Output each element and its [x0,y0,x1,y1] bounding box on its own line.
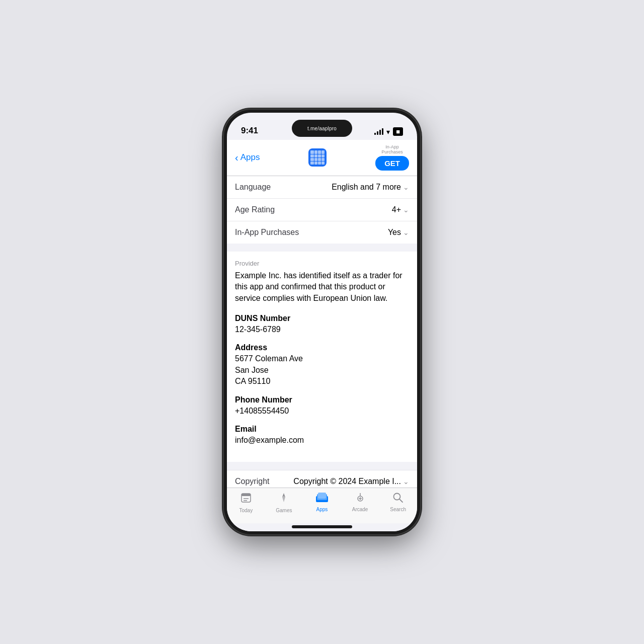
email-heading: Email [235,425,409,434]
tab-apps[interactable]: Apps [303,492,341,513]
language-label: Language [235,183,271,192]
tab-arcade[interactable]: Arcade [341,492,379,513]
dynamic-island: t.me/aaplpro [292,120,352,137]
home-indicator-container [227,523,417,531]
wifi-icon: ▾ [386,128,390,136]
divider-1 [227,244,417,252]
phone-block: Phone Number +14085554450 [235,395,409,417]
in-app-purchases-value-container: Yes ⌄ [388,228,409,237]
today-label: Today [239,508,253,513]
back-label: Apps [240,152,260,163]
chevron-left-icon: ‹ [235,152,238,164]
copyright-label: Copyright [235,477,269,486]
apps-icon [315,492,329,505]
in-app-purchases-label: In-App Purchases [235,228,299,237]
provider-section: Provider Example Inc. has identified its… [227,252,417,462]
duns-value: 12-345-6789 [235,324,409,335]
chevron-down-icon: ⌄ [403,183,409,191]
copyright-row[interactable]: Copyright Copyright © 2024 Example I... … [227,470,417,488]
address-heading: Address [235,343,409,352]
get-button-container: In-AppPurchases GET [375,145,409,171]
navigation-bar: ‹ Apps [227,140,417,176]
age-rating-label: Age Rating [235,205,275,214]
search-icon [392,492,404,505]
address-value: 5677 Coleman AveSan JoseCA 95110 [235,353,409,387]
language-value: English and 7 more [332,183,401,192]
chevron-down-icon-3: ⌄ [403,228,409,236]
phone-heading: Phone Number [235,395,409,405]
language-row[interactable]: Language English and 7 more ⌄ [227,176,417,199]
address-block: Address 5677 Coleman AveSan JoseCA 95110 [235,343,409,387]
tab-bar: Today Games [227,488,417,523]
games-icon [278,492,289,506]
apps-label: Apps [316,507,328,512]
games-label: Games [276,508,292,513]
chevron-down-icon-2: ⌄ [403,206,409,214]
get-button[interactable]: GET [375,156,409,171]
in-app-purchases-value: Yes [388,228,401,237]
divider-2 [227,462,417,470]
tab-games[interactable]: Games [265,492,303,513]
svg-rect-6 [318,493,326,499]
app-icon [308,148,327,167]
copyright-value-container: Copyright © 2024 Example I... ⌄ [293,477,409,486]
language-value-container: English and 7 more ⌄ [332,183,409,192]
info-section: Language English and 7 more ⌄ Age Rating… [227,176,417,244]
tab-today[interactable]: Today [227,492,265,513]
signal-icon [374,128,383,135]
arcade-icon [355,492,366,505]
email-value: info@example.com [235,435,409,446]
provider-description: Example Inc. has identified itself as a … [235,270,409,304]
age-rating-row[interactable]: Age Rating 4+ ⌄ [227,199,417,221]
svg-rect-1 [242,494,251,496]
in-app-label: In-AppPurchases [381,145,403,155]
in-app-purchases-row[interactable]: In-App Purchases Yes ⌄ [227,221,417,244]
svg-line-12 [399,499,403,502]
back-button[interactable]: ‹ Apps [235,152,260,164]
battery-icon: ■ [393,127,403,136]
provider-title: Provider [235,260,409,267]
home-indicator [292,525,352,528]
app-icon-container [308,148,327,167]
copyright-value: Copyright © 2024 Example I... [293,477,401,486]
arcade-label: Arcade [352,507,368,512]
age-rating-value: 4+ [392,205,401,214]
phone-screen: t.me/aaplpro 9:41 ▾ ■ ‹ Apps [227,113,417,531]
email-block: Email info@example.com [235,425,409,446]
status-icons: ▾ ■ [374,127,403,136]
chevron-down-icon-4: ⌄ [403,477,409,486]
today-icon [240,492,252,506]
dynamic-island-text: t.me/aaplpro [307,126,337,131]
tab-search[interactable]: Search [379,492,417,513]
main-content: Language English and 7 more ⌄ Age Rating… [227,176,417,488]
duns-block: DUNS Number 12-345-6789 [235,314,409,335]
phone-value: +14085554450 [235,406,409,417]
duns-heading: DUNS Number [235,314,409,323]
age-rating-value-container: 4+ ⌄ [392,205,409,214]
phone-frame: t.me/aaplpro 9:41 ▾ ■ ‹ Apps [224,110,420,534]
search-label: Search [390,507,406,512]
status-time: 9:41 [241,126,258,136]
